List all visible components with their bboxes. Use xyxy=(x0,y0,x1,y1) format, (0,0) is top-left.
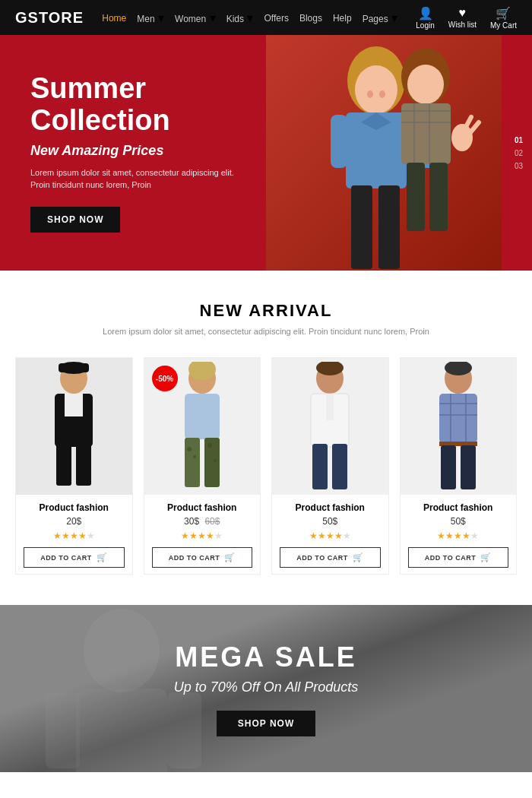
nav-item-women[interactable]: Women ▾ xyxy=(175,11,216,25)
wishlist-button[interactable]: ♥ Wish list xyxy=(448,6,477,29)
svg-rect-53 xyxy=(441,445,456,489)
cart-icon: 🛒 xyxy=(496,6,511,21)
product-name-3: Product fashion xyxy=(280,502,381,513)
mega-sale-subtitle: Up to 70% Off On All Products xyxy=(174,679,358,695)
indicator-1[interactable]: 01 xyxy=(515,136,523,144)
svg-point-12 xyxy=(407,65,444,104)
brand-logo[interactable]: GSTORE xyxy=(15,9,84,27)
svg-rect-29 xyxy=(76,444,91,486)
hero-image xyxy=(266,35,502,271)
cart-icon-small-4: 🛒 xyxy=(480,553,492,562)
nav-link-offers[interactable]: Offers xyxy=(264,13,288,24)
hero-content: Summer Collection New Amazing Prices Lor… xyxy=(0,50,274,255)
nav-item-pages[interactable]: Pages ▾ xyxy=(363,11,397,25)
product-stars-2: ★★★★★ xyxy=(152,530,253,541)
product-stars-1: ★★★★★ xyxy=(24,530,125,541)
hero-subtitle: New Amazing Prices xyxy=(30,143,243,159)
nav-link-blogs[interactable]: Blogs xyxy=(299,13,322,24)
top-products-title: Top Products xyxy=(15,795,517,798)
wishlist-label: Wish list xyxy=(448,21,477,29)
mega-sale-banner: MEGA SALE Up to 70% Off On All Products … xyxy=(0,605,532,772)
product-image-3 xyxy=(272,358,388,495)
product-image-4 xyxy=(401,358,517,495)
svg-rect-28 xyxy=(56,444,71,486)
cart-button[interactable]: 🛒 My Cart xyxy=(490,6,517,30)
add-to-cart-button-3[interactable]: ADD TO CART 🛒 xyxy=(280,547,381,568)
svg-rect-42 xyxy=(326,394,334,420)
svg-point-22 xyxy=(451,124,473,151)
cart-label: My Cart xyxy=(490,21,517,30)
navbar: GSTORE Home Men ▾ Women ▾ Kids ▾ Offers … xyxy=(0,0,532,35)
mega-sale-shop-now-button[interactable]: SHOP NOW xyxy=(217,711,315,736)
chevron-down-icon: ▾ xyxy=(247,11,253,24)
svg-rect-27 xyxy=(65,394,83,416)
product-name-2: Product fashion xyxy=(152,502,253,513)
nav-item-home[interactable]: Home xyxy=(102,11,126,24)
svg-rect-43 xyxy=(312,444,328,489)
product-info-2: Product fashion 30$ 60$ ★★★★★ ADD TO CAR… xyxy=(144,495,261,574)
product-card-3: Product fashion 50$ ★★★★★ ADD TO CART 🛒 xyxy=(271,357,389,575)
nav-actions: 👤 Login ♥ Wish list 🛒 My Cart xyxy=(416,6,517,30)
nav-link-pages[interactable]: Pages xyxy=(363,14,388,24)
product-card-1: Product fashion 20$ ★★★★★ ADD TO CART 🛒 xyxy=(15,357,133,575)
product-figure-3 xyxy=(296,362,364,491)
svg-rect-7 xyxy=(351,185,372,269)
svg-rect-54 xyxy=(461,445,476,489)
product-price-2: 30$ 60$ xyxy=(152,516,253,527)
nav-item-help[interactable]: Help xyxy=(333,11,352,24)
product-name-1: Product fashion xyxy=(24,502,125,513)
nav-link-women[interactable]: Women xyxy=(175,14,206,24)
new-arrival-title: NEW ARRIVAL xyxy=(15,301,517,321)
indicator-3[interactable]: 03 xyxy=(515,162,523,170)
cart-icon-small-3: 🛒 xyxy=(353,553,364,562)
nav-link-help[interactable]: Help xyxy=(333,13,352,24)
old-price-2: 60$ xyxy=(204,516,220,527)
cart-icon-small: 🛒 xyxy=(97,553,108,562)
hero-description: Lorem ipsum dolor sit amet, consectetur … xyxy=(30,166,243,192)
add-to-cart-button-2[interactable]: ADD TO CART 🛒 xyxy=(152,547,253,568)
hero-illustration xyxy=(266,35,502,271)
nav-item-blogs[interactable]: Blogs xyxy=(299,11,322,24)
cart-icon-small-2: 🛒 xyxy=(224,553,236,562)
nav-item-offers[interactable]: Offers xyxy=(264,11,288,24)
svg-point-10 xyxy=(379,90,385,98)
svg-rect-57 xyxy=(46,692,80,768)
svg-rect-47 xyxy=(439,394,477,443)
indicator-2[interactable]: 02 xyxy=(515,149,523,157)
nav-link-kids[interactable]: Kids xyxy=(226,14,244,24)
svg-rect-18 xyxy=(407,163,425,231)
svg-rect-32 xyxy=(185,394,220,439)
login-button[interactable]: 👤 Login xyxy=(416,6,434,30)
nav-link-men[interactable]: Men xyxy=(137,14,154,24)
svg-point-9 xyxy=(367,90,373,98)
svg-point-38 xyxy=(214,459,217,462)
svg-point-55 xyxy=(84,609,160,692)
svg-rect-13 xyxy=(401,103,451,164)
discount-badge-2: -50% xyxy=(152,366,178,391)
nav-item-kids[interactable]: Kids ▾ xyxy=(226,11,254,25)
nav-item-men[interactable]: Men ▾ xyxy=(137,11,164,25)
product-card-2: -50% Product fash xyxy=(144,357,261,575)
add-to-cart-button-1[interactable]: ADD TO CART 🛒 xyxy=(24,547,125,568)
svg-rect-33 xyxy=(185,438,200,487)
product-card-4: Product fashion 50$ ★★★★★ ADD TO CART 🛒 xyxy=(400,357,518,575)
product-info-1: Product fashion 20$ ★★★★★ ADD TO CART 🛒 xyxy=(16,495,132,574)
svg-rect-34 xyxy=(204,438,220,487)
product-price-3: 50$ xyxy=(280,516,381,527)
product-stars-3: ★★★★★ xyxy=(280,530,381,541)
product-figure-2 xyxy=(168,362,236,491)
hero-shop-now-button[interactable]: SHOP NOW xyxy=(30,207,120,233)
new-arrival-subtitle: Lorem ipsum dolor sit amet, consectetur … xyxy=(15,327,517,336)
svg-point-37 xyxy=(207,443,212,448)
heart-icon: ♥ xyxy=(459,6,467,20)
new-arrival-section: NEW ARRIVAL Lorem ipsum dolor sit amet, … xyxy=(0,271,532,605)
product-price-1: 20$ xyxy=(24,516,125,527)
mega-sale-title: MEGA SALE xyxy=(174,641,358,673)
nav-links: Home Men ▾ Women ▾ Kids ▾ Offers Blogs H… xyxy=(102,11,397,25)
product-price-4: 50$ xyxy=(408,516,509,527)
add-to-cart-button-4[interactable]: ADD TO CART 🛒 xyxy=(408,547,509,568)
nav-link-home[interactable]: Home xyxy=(102,13,126,24)
mega-sale-content: MEGA SALE Up to 70% Off On All Products … xyxy=(174,641,358,736)
product-figure-4 xyxy=(424,362,492,491)
chevron-down-icon: ▾ xyxy=(158,11,164,24)
